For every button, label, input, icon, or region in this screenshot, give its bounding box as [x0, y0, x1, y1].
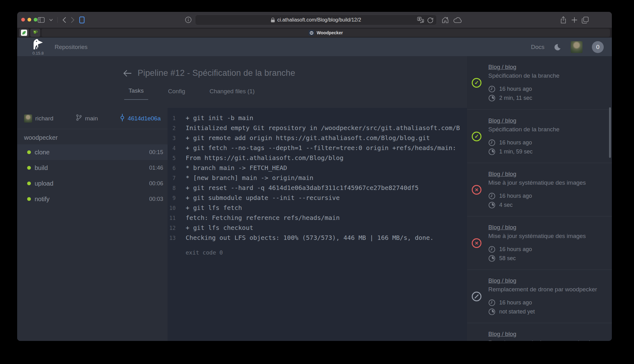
share-icon[interactable]: [560, 12, 566, 28]
translate-icon[interactable]: [417, 17, 424, 24]
pipeline-tab[interactable]: Tasks: [124, 87, 148, 100]
log-line-text: + git fetch --no-tags --depth=1 --filter…: [186, 144, 456, 152]
duration-icon: [488, 148, 495, 155]
log-line-text: + git reset --hard -q 4614d1e06a3dabf311…: [186, 184, 419, 192]
build-list-item[interactable]: Blog / blog Mise à jour systématique des…: [467, 216, 612, 269]
app-version: 0.15.8: [28, 51, 48, 55]
teacup-icon: [33, 30, 38, 36]
commit-icon: [120, 114, 124, 123]
log-line: 5From https://git.athaliasoft.com/Blog/b…: [168, 153, 467, 163]
log-line-text: * [new branch] main -> origin/main: [186, 174, 313, 182]
step-row[interactable]: build 01:46: [17, 160, 168, 176]
build-status-icon: [472, 132, 481, 141]
step-duration: 00:03: [149, 196, 163, 202]
step-row[interactable]: upload 00:06: [17, 176, 168, 191]
build-commit-message: Spécification de la branche: [488, 71, 606, 80]
build-duration-row: 58 sec: [488, 254, 606, 263]
log-line: 1+ git init -b main: [168, 113, 467, 123]
commit-sha-link[interactable]: 4614d1e06a: [128, 115, 161, 122]
woodpecker-favicon: [309, 30, 314, 36]
toolbar-nav-icons: [38, 12, 85, 28]
active-tab[interactable]: Woodpecker: [41, 29, 610, 37]
reload-icon[interactable]: [427, 17, 433, 25]
log-line-number: 8: [168, 183, 176, 193]
clock-icon: [488, 139, 495, 146]
steps-sidebar: richard main 4614d1e06a: [17, 108, 168, 341]
reader-info-icon[interactable]: [185, 17, 192, 24]
build-duration-text: 4 sec: [499, 201, 513, 210]
build-list-item[interactable]: Blog / blog Spécification de la branche …: [467, 109, 612, 163]
clock-icon: [488, 299, 495, 306]
build-list-item[interactable]: Blog / blog Spécification de la branche …: [467, 56, 612, 109]
pipeline-tab-row: Tasks Config Changed files (1): [17, 80, 467, 100]
browser-tab-bar: Woodpecker: [17, 28, 612, 37]
step-success-dot: [27, 197, 31, 201]
build-duration-row: 1 min, 59 sec: [488, 147, 606, 156]
new-tab-icon[interactable]: [571, 12, 578, 28]
log-line-text: + git lfs fetch: [186, 204, 242, 211]
log-line: 7* [new branch] main -> origin/main: [168, 173, 467, 183]
build-time-row: 16 hours ago: [488, 138, 606, 147]
back-icon[interactable]: [62, 17, 66, 23]
build-duration-text: not started yet: [499, 307, 535, 316]
tab-title: Woodpecker: [317, 30, 343, 35]
notification-badge[interactable]: 0: [592, 41, 604, 53]
close-window-button[interactable]: [21, 18, 25, 22]
log-line-text: Initialized empty Git repository in /woo…: [186, 124, 460, 132]
back-arrow-icon[interactable]: [123, 69, 132, 77]
build-list-item[interactable]: Blog / blog Remplacement de drone par wo…: [467, 269, 612, 323]
forward-icon[interactable]: [71, 17, 75, 23]
chevron-down-icon[interactable]: [49, 19, 53, 21]
build-list-item[interactable]: Blog / blog Mise à jour systématique des…: [467, 163, 612, 216]
pinned-tab-gitea[interactable]: [30, 29, 40, 37]
pinned-tab-leaf[interactable]: [19, 29, 29, 37]
step-name: notify: [35, 196, 50, 203]
tab-overview-icon[interactable]: [582, 12, 589, 28]
dark-mode-toggle-moon-icon[interactable]: [554, 43, 561, 51]
build-repo-link[interactable]: Blog / blog: [488, 223, 516, 231]
log-line-number: 11: [168, 213, 176, 223]
cloud-icon[interactable]: [453, 12, 462, 28]
nav-repositories-link[interactable]: Repositories: [55, 38, 88, 56]
sidebar-toggle-icon[interactable]: [38, 17, 45, 23]
address-bar[interactable]: ci.athaliasoft.com/Blog/blog/build/12/2: [195, 15, 437, 25]
build-status-icon: [472, 238, 481, 248]
home-icon[interactable]: [441, 12, 449, 28]
browser-toolbar: ci.athaliasoft.com/Blog/blog/build/12/2: [17, 12, 612, 28]
pipeline-tab[interactable]: Changed files (1): [205, 88, 259, 100]
step-name: clone: [35, 149, 50, 156]
log-line-number: 1: [168, 114, 176, 123]
minimize-window-button[interactable]: [27, 18, 31, 22]
build-commit-message: Mise à jour systématique des images: [488, 178, 606, 187]
user-avatar[interactable]: [571, 41, 583, 53]
build-repo-link[interactable]: Blog / blog: [488, 170, 516, 178]
build-repo-link[interactable]: Blog / blog: [488, 330, 516, 338]
woodpecker-app: 0.15.8 Repositories Docs 0 Pipeline #12 …: [17, 38, 612, 341]
zoom-window-button[interactable]: [34, 18, 37, 22]
pipeline-main: Pipeline #12 - Spécification de la branc…: [17, 56, 467, 341]
build-list-item[interactable]: Blog / blog Remplacement de drone par wo…: [467, 323, 612, 341]
step-success-dot: [27, 150, 31, 154]
build-duration-text: 58 sec: [499, 254, 516, 263]
log-line-number: 12: [168, 223, 176, 233]
build-repo-link[interactable]: Blog / blog: [488, 63, 516, 71]
build-time-text: 16 hours ago: [499, 192, 532, 201]
pipeline-panes: richard main 4614d1e06a: [17, 108, 467, 341]
log-line-text: + git init -b main: [186, 114, 253, 122]
docs-link[interactable]: Docs: [531, 44, 544, 51]
clock-icon: [488, 85, 495, 93]
start-page-icon[interactable]: [79, 17, 85, 23]
build-time-text: 16 hours ago: [499, 245, 532, 254]
woodpecker-logo[interactable]: 0.15.8: [28, 39, 48, 55]
commit-meta[interactable]: 4614d1e06a: [120, 114, 161, 123]
build-repo-link[interactable]: Blog / blog: [488, 277, 516, 285]
build-repo-link[interactable]: Blog / blog: [488, 117, 516, 125]
log-line-number: 2: [168, 124, 176, 133]
log-line-number: 9: [168, 193, 176, 203]
sidebar-scrollbar[interactable]: [609, 107, 611, 158]
log-line: 10+ git lfs fetch: [168, 203, 467, 213]
step-row[interactable]: notify 00:03: [17, 191, 168, 207]
log-lines: 1+ git init -b main 2Initialized empty G…: [168, 113, 467, 243]
pipeline-tab[interactable]: Config: [164, 88, 190, 100]
step-row[interactable]: clone 00:15: [17, 144, 168, 160]
